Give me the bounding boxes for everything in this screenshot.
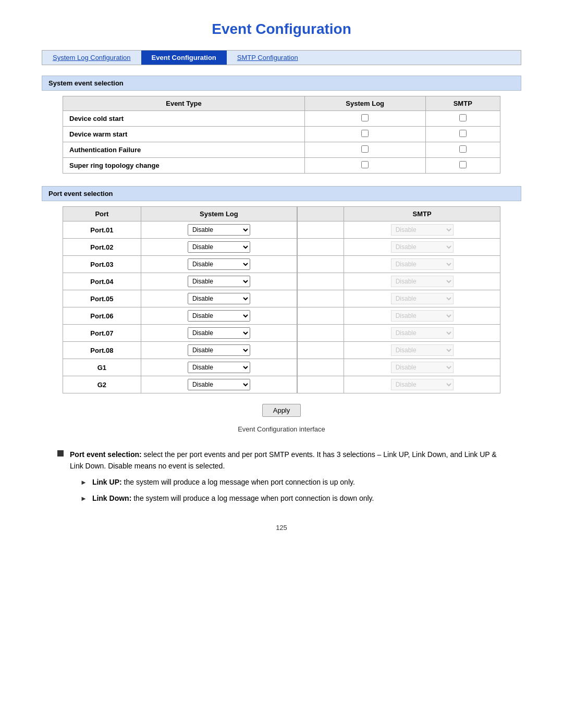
port-syslog-cell: DisableLink UPLink DownLink UP & Link Do… bbox=[141, 256, 297, 273]
bullet-icon bbox=[57, 450, 64, 456]
col-divider-cell bbox=[297, 342, 344, 359]
system-event-smtp-checkbox[interactable] bbox=[459, 114, 467, 121]
arrow-icon-link-up: ► bbox=[80, 477, 87, 488]
port-syslog-select[interactable]: DisableLink UPLink DownLink UP & Link Do… bbox=[188, 224, 250, 236]
page-title: Event Configuration bbox=[42, 21, 521, 38]
port-name: G2 bbox=[63, 376, 141, 393]
system-event-row: Super ring topology change bbox=[63, 158, 500, 174]
port-name: Port.07 bbox=[63, 325, 141, 342]
port-event-row: Port.07 DisableLink UPLink DownLink UP &… bbox=[63, 325, 500, 342]
port-event-row: Port.05 DisableLink UPLink DownLink UP &… bbox=[63, 290, 500, 307]
system-event-type: Authentication Failure bbox=[63, 142, 305, 158]
apply-section: Apply bbox=[42, 404, 521, 417]
port-smtp-select[interactable]: DisableLink UPLink DownLink UP & Link Do… bbox=[391, 310, 454, 322]
col-divider-cell bbox=[297, 273, 344, 290]
port-smtp-select[interactable]: DisableLink UPLink DownLink UP & Link Do… bbox=[391, 293, 454, 304]
col-divider-cell bbox=[297, 221, 344, 239]
port-name: Port.04 bbox=[63, 273, 141, 290]
port-event-row: G1 DisableLink UPLink DownLink UP & Link… bbox=[63, 359, 500, 376]
system-event-smtp-checkbox[interactable] bbox=[459, 130, 467, 137]
port-syslog-select[interactable]: DisableLink UPLink DownLink UP & Link Do… bbox=[188, 379, 250, 390]
port-smtp-select[interactable]: DisableLink UPLink DownLink UP & Link Do… bbox=[391, 327, 454, 339]
port-syslog-cell: DisableLink UPLink DownLink UP & Link Do… bbox=[141, 221, 297, 239]
port-smtp-select[interactable]: DisableLink UPLink DownLink UP & Link Do… bbox=[391, 379, 454, 390]
port-name: G1 bbox=[63, 359, 141, 376]
system-event-smtp-checkbox[interactable] bbox=[459, 161, 467, 168]
sub-bullet-link-up: ► Link UP: the system will produce a log… bbox=[80, 476, 511, 488]
system-event-syslog-checkbox[interactable] bbox=[361, 130, 369, 137]
port-syslog-cell: DisableLink UPLink DownLink UP & Link Do… bbox=[141, 239, 297, 256]
col-divider-cell bbox=[297, 290, 344, 307]
system-event-syslog-cell bbox=[304, 127, 425, 142]
port-smtp-select[interactable]: DisableLink UPLink DownLink UP & Link Do… bbox=[391, 224, 454, 236]
arrow-icon-link-down: ► bbox=[80, 493, 87, 504]
col-smtp: SMTP bbox=[425, 96, 500, 111]
port-smtp-cell: DisableLink UPLink DownLink UP & Link Do… bbox=[344, 221, 500, 239]
system-event-type: Device warm start bbox=[63, 127, 305, 142]
system-event-section-header: System event selection bbox=[42, 76, 521, 91]
port-syslog-select[interactable]: DisableLink UPLink DownLink UP & Link Do… bbox=[188, 310, 250, 322]
col-divider-cell bbox=[297, 256, 344, 273]
system-event-table: Event Type System Log SMTP Device cold s… bbox=[63, 96, 500, 174]
tab-system-log[interactable]: System Log Configuration bbox=[42, 51, 141, 65]
system-event-smtp-checkbox[interactable] bbox=[459, 145, 467, 153]
col-divider-cell bbox=[297, 307, 344, 325]
port-syslog-select[interactable]: DisableLink UPLink DownLink UP & Link Do… bbox=[188, 344, 250, 356]
port-name: Port.08 bbox=[63, 342, 141, 359]
col-port-smtp: SMTP bbox=[344, 207, 500, 221]
sub-bullet-link-down: ► Link Down: the system will produce a l… bbox=[80, 492, 511, 504]
port-smtp-select[interactable]: DisableLink UPLink DownLink UP & Link Do… bbox=[391, 258, 454, 270]
port-syslog-select[interactable]: DisableLink UPLink DownLink UP & Link Do… bbox=[188, 258, 250, 270]
port-smtp-cell: DisableLink UPLink DownLink UP & Link Do… bbox=[344, 325, 500, 342]
port-syslog-cell: DisableLink UPLink DownLink UP & Link Do… bbox=[141, 342, 297, 359]
port-name: Port.06 bbox=[63, 307, 141, 325]
system-event-syslog-checkbox[interactable] bbox=[361, 145, 369, 153]
port-event-section-header: Port event selection bbox=[42, 186, 521, 201]
port-syslog-cell: DisableLink UPLink DownLink UP & Link Do… bbox=[141, 359, 297, 376]
system-event-syslog-cell bbox=[304, 142, 425, 158]
port-syslog-cell: DisableLink UPLink DownLink UP & Link Do… bbox=[141, 273, 297, 290]
port-smtp-cell: DisableLink UPLink DownLink UP & Link Do… bbox=[344, 342, 500, 359]
port-syslog-cell: DisableLink UPLink DownLink UP & Link Do… bbox=[141, 325, 297, 342]
port-smtp-select[interactable]: DisableLink UPLink DownLink UP & Link Do… bbox=[391, 344, 454, 356]
system-event-syslog-checkbox[interactable] bbox=[361, 114, 369, 121]
port-smtp-select[interactable]: DisableLink UPLink DownLink UP & Link Do… bbox=[391, 276, 454, 287]
page-number: 125 bbox=[42, 524, 521, 532]
system-event-row: Authentication Failure bbox=[63, 142, 500, 158]
desc-bold-port-event: Port event selection: bbox=[70, 450, 142, 459]
system-event-syslog-checkbox[interactable] bbox=[361, 161, 369, 168]
port-syslog-select[interactable]: DisableLink UPLink DownLink UP & Link Do… bbox=[188, 327, 250, 339]
col-divider-cell bbox=[297, 239, 344, 256]
col-divider-cell bbox=[297, 376, 344, 393]
system-event-syslog-cell bbox=[304, 158, 425, 174]
desc-bullet-port-event: Port event selection: select the per por… bbox=[52, 449, 511, 508]
system-event-smtp-cell bbox=[425, 158, 500, 174]
col-port: Port bbox=[63, 207, 141, 221]
port-syslog-select[interactable]: DisableLink UPLink DownLink UP & Link Do… bbox=[188, 276, 250, 287]
description-section: Port event selection: select the per por… bbox=[52, 449, 511, 508]
port-smtp-select[interactable]: DisableLink UPLink DownLink UP & Link Do… bbox=[391, 362, 454, 373]
system-event-smtp-cell bbox=[425, 127, 500, 142]
port-syslog-select[interactable]: DisableLink UPLink DownLink UP & Link Do… bbox=[188, 293, 250, 304]
col-divider-cell bbox=[297, 325, 344, 342]
port-event-row: Port.04 DisableLink UPLink DownLink UP &… bbox=[63, 273, 500, 290]
system-event-syslog-cell bbox=[304, 111, 425, 127]
port-smtp-select[interactable]: DisableLink UPLink DownLink UP & Link Do… bbox=[391, 241, 454, 253]
port-syslog-select[interactable]: DisableLink UPLink DownLink UP & Link Do… bbox=[188, 362, 250, 373]
apply-button[interactable]: Apply bbox=[262, 404, 301, 417]
port-smtp-cell: DisableLink UPLink DownLink UP & Link Do… bbox=[344, 273, 500, 290]
port-event-row: G2 DisableLink UPLink DownLink UP & Link… bbox=[63, 376, 500, 393]
port-smtp-cell: DisableLink UPLink DownLink UP & Link Do… bbox=[344, 239, 500, 256]
port-syslog-select[interactable]: DisableLink UPLink DownLink UP & Link Do… bbox=[188, 241, 250, 253]
system-event-row: Device warm start bbox=[63, 127, 500, 142]
port-event-row: Port.02 DisableLink UPLink DownLink UP &… bbox=[63, 239, 500, 256]
port-smtp-cell: DisableLink UPLink DownLink UP & Link Do… bbox=[344, 307, 500, 325]
caption: Event Configuration interface bbox=[42, 425, 521, 433]
port-name: Port.03 bbox=[63, 256, 141, 273]
system-event-type: Device cold start bbox=[63, 111, 305, 127]
port-smtp-cell: DisableLink UPLink DownLink UP & Link Do… bbox=[344, 376, 500, 393]
tab-event-config[interactable]: Event Configuration bbox=[141, 51, 227, 65]
tab-smtp-config[interactable]: SMTP Configuration bbox=[227, 51, 309, 65]
port-event-row: Port.08 DisableLink UPLink DownLink UP &… bbox=[63, 342, 500, 359]
port-name: Port.05 bbox=[63, 290, 141, 307]
